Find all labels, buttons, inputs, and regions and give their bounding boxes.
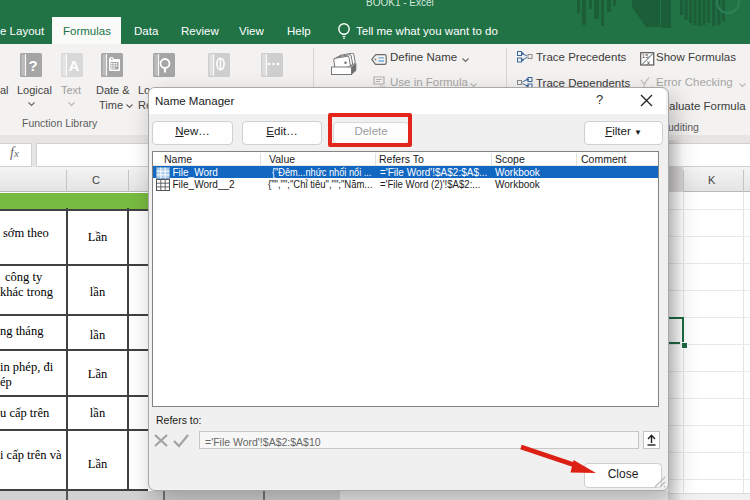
svg-text:A: A bbox=[69, 57, 80, 74]
svg-text:?: ? bbox=[28, 57, 37, 74]
